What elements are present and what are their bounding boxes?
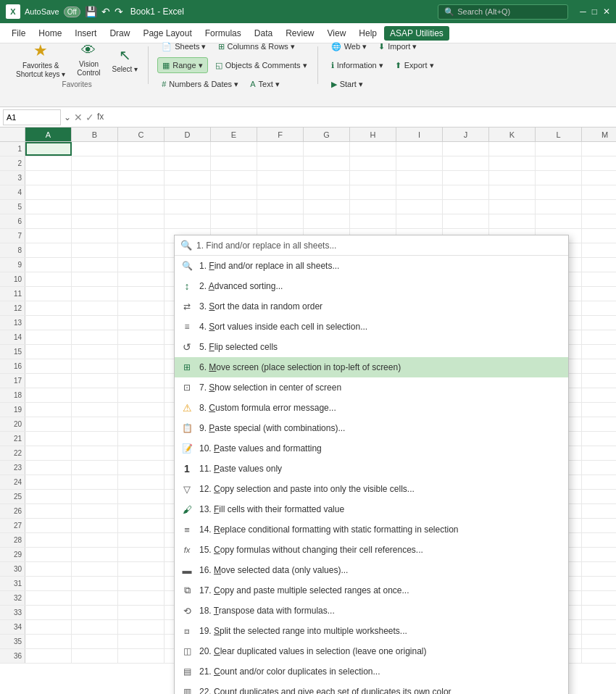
dropdown-item-2[interactable]: ↕ 2. Advanced sorting...	[175, 276, 568, 296]
cell-C23[interactable]	[118, 461, 165, 474]
ribbon-btn-columns-rows[interactable]: ⊞ Columns & Rows ▾	[214, 38, 299, 54]
cell-B12[interactable]	[72, 301, 118, 315]
cell-B28[interactable]	[72, 533, 118, 547]
cell-C22[interactable]	[118, 446, 165, 460]
cell-I6[interactable]	[396, 214, 443, 228]
cancel-formula-icon[interactable]: ✕	[74, 112, 83, 123]
cell-G5[interactable]	[304, 200, 350, 214]
cell-A32[interactable]	[25, 591, 72, 605]
cell-A7[interactable]	[25, 229, 72, 243]
ribbon-btn-text[interactable]: A Text ▾	[246, 76, 284, 92]
cell-B27[interactable]	[72, 519, 118, 532]
menu-draw[interactable]: Draw	[104, 26, 136, 41]
cell-A15[interactable]	[25, 345, 72, 359]
cell-K3[interactable]	[489, 171, 536, 185]
cell-C15[interactable]	[118, 345, 165, 359]
cell-C5[interactable]	[118, 200, 165, 214]
cell-M3[interactable]	[582, 171, 616, 185]
dropdown-item-3[interactable]: ⇄ 3. Sort the data in random order	[175, 296, 568, 317]
cell-I1[interactable]	[396, 142, 443, 156]
col-header-m[interactable]: M	[582, 127, 616, 141]
menu-file[interactable]: File	[6, 26, 31, 41]
cell-B30[interactable]	[72, 562, 118, 576]
cell-C28[interactable]	[118, 533, 165, 547]
confirm-formula-icon[interactable]: ✓	[86, 112, 94, 123]
cell-A19[interactable]	[25, 403, 72, 417]
cell-L3[interactable]	[536, 171, 582, 185]
cell-A3[interactable]	[25, 171, 72, 185]
dropdown-item-12[interactable]: ▽ 12. Copy selection and paste into only…	[175, 479, 568, 499]
cell-F3[interactable]	[257, 171, 304, 185]
cell-G4[interactable]	[304, 185, 350, 199]
col-header-j[interactable]: J	[443, 127, 489, 141]
menu-home[interactable]: Home	[33, 26, 67, 41]
cell-E6[interactable]	[211, 214, 257, 228]
cell-M5[interactable]	[582, 200, 616, 214]
cell-A33[interactable]	[25, 606, 72, 619]
ribbon-btn-select[interactable]: ↖ Select ▾	[108, 43, 143, 78]
cell-L2[interactable]	[536, 156, 582, 170]
cell-B11[interactable]	[72, 287, 118, 301]
cell-H5[interactable]	[350, 200, 396, 214]
cell-D1[interactable]	[165, 142, 211, 156]
dropdown-item-7[interactable]: ⊡ 7. Show selection in center of screen	[175, 377, 568, 398]
cell-B31[interactable]	[72, 577, 118, 590]
cell-M4[interactable]	[582, 185, 616, 199]
cell-C14[interactable]	[118, 330, 165, 344]
dropdown-item-18[interactable]: ⟲ 18. Transpose data with formulas...	[175, 601, 568, 621]
cell-A8[interactable]	[25, 243, 72, 257]
cell-C17[interactable]	[118, 374, 165, 388]
cell-B16[interactable]	[72, 359, 118, 373]
cell-M7[interactable]	[582, 229, 616, 243]
cell-A34[interactable]	[25, 620, 72, 634]
dropdown-item-14[interactable]: ≡ 14. Replace conditional formatting wit…	[175, 519, 568, 540]
cell-C31[interactable]	[118, 577, 165, 590]
cell-A20[interactable]	[25, 417, 72, 431]
cell-C13[interactable]	[118, 316, 165, 330]
cell-H6[interactable]	[350, 214, 396, 228]
cell-B26[interactable]	[72, 504, 118, 518]
cell-C1[interactable]	[118, 142, 165, 156]
cell-A26[interactable]	[25, 504, 72, 518]
cell-A4[interactable]	[25, 185, 72, 199]
dropdown-item-8[interactable]: ⚠ 8. Custom formula error message...	[175, 398, 568, 418]
cell-B34[interactable]	[72, 620, 118, 634]
cell-reference[interactable]: A1	[3, 109, 61, 125]
cell-H4[interactable]	[350, 185, 396, 199]
cell-H2[interactable]	[350, 156, 396, 170]
cell-B18[interactable]	[72, 388, 118, 402]
cell-A5[interactable]	[25, 200, 72, 214]
ribbon-btn-web[interactable]: 🌐 Web ▾	[327, 38, 371, 54]
cell-B36[interactable]	[72, 649, 118, 663]
cell-A25[interactable]	[25, 490, 72, 503]
cell-M15[interactable]	[582, 345, 616, 359]
cell-M25[interactable]	[582, 490, 616, 503]
cell-L6[interactable]	[536, 214, 582, 228]
cell-B5[interactable]	[72, 200, 118, 214]
cell-C3[interactable]	[118, 171, 165, 185]
cell-C12[interactable]	[118, 301, 165, 315]
cell-J1[interactable]	[443, 142, 489, 156]
cell-M35[interactable]	[582, 635, 616, 648]
cell-A1[interactable]	[25, 142, 72, 156]
cell-M18[interactable]	[582, 388, 616, 402]
ribbon-btn-import[interactable]: ⬇ Import ▾	[374, 38, 421, 54]
cell-B35[interactable]	[72, 635, 118, 648]
dropdown-item-11[interactable]: 1 11. Paste values only	[175, 459, 568, 479]
ribbon-btn-sheets[interactable]: 📄 Sheets ▾	[157, 38, 210, 54]
cell-D5[interactable]	[165, 200, 211, 214]
cell-L4[interactable]	[536, 185, 582, 199]
redo-icon[interactable]: ↷	[115, 6, 123, 17]
cell-D2[interactable]	[165, 156, 211, 170]
cell-A22[interactable]	[25, 446, 72, 460]
cell-M10[interactable]	[582, 272, 616, 286]
save-icon[interactable]: 💾	[85, 6, 97, 17]
cell-M8[interactable]	[582, 243, 616, 257]
cell-C4[interactable]	[118, 185, 165, 199]
cell-A11[interactable]	[25, 287, 72, 301]
cell-H1[interactable]	[350, 142, 396, 156]
cell-M14[interactable]	[582, 330, 616, 344]
cell-C11[interactable]	[118, 287, 165, 301]
cell-M19[interactable]	[582, 403, 616, 417]
cell-B23[interactable]	[72, 461, 118, 474]
